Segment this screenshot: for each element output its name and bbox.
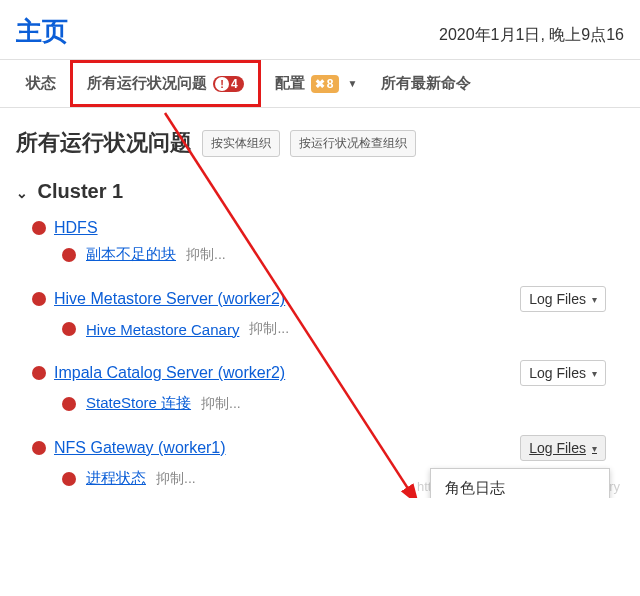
timestamp: 2020年1月1日, 晚上9点16 — [439, 25, 624, 46]
alert-icon: ! — [215, 77, 229, 91]
tab-status[interactable]: 状态 — [16, 60, 66, 107]
tab-commands[interactable]: 所有最新命令 — [371, 60, 481, 107]
log-files-button[interactable]: Log Files▾ — [520, 360, 606, 386]
cluster-header[interactable]: ⌄ Cluster 1 — [0, 166, 640, 207]
suppress-link[interactable]: 抑制... — [249, 320, 289, 338]
suppress-link[interactable]: 抑制... — [156, 470, 196, 488]
service-link[interactable]: Hive Metastore Server (worker2) — [54, 290, 285, 308]
suppress-link[interactable]: 抑制... — [186, 246, 226, 264]
tab-config-label: 配置 — [275, 74, 305, 93]
caret-down-icon: ▾ — [592, 443, 597, 454]
dropdown-role-log[interactable]: 角色日志 — [431, 469, 609, 498]
status-dot-red — [32, 441, 46, 455]
issues-badge: ! 4 — [213, 76, 244, 92]
tabs-bar: 状态 所有运行状况问题 ! 4 配置 ✖ 8 ▼ 所有最新命令 — [0, 59, 640, 108]
service-link[interactable]: HDFS — [54, 219, 98, 237]
status-dot-red — [32, 292, 46, 306]
issue-link[interactable]: StateStore 连接 — [86, 394, 191, 413]
status-dot-red — [62, 472, 76, 486]
cluster-name: Cluster 1 — [38, 180, 124, 202]
caret-down-icon: ▾ — [592, 294, 597, 305]
wrench-icon: ✖ — [315, 77, 325, 91]
chevron-down-icon: ⌄ — [16, 185, 28, 201]
tab-issues-label: 所有运行状况问题 — [87, 74, 207, 93]
status-dot-red — [32, 221, 46, 235]
status-dot-red — [62, 322, 76, 336]
config-badge: ✖ 8 — [311, 75, 340, 93]
btn-by-entity[interactable]: 按实体组织 — [202, 130, 280, 157]
service-link[interactable]: NFS Gateway (worker1) — [54, 439, 226, 457]
service-link[interactable]: Impala Catalog Server (worker2) — [54, 364, 285, 382]
sub-title: 所有运行状况问题 — [16, 128, 192, 158]
log-files-button[interactable]: Log Files▾ — [520, 435, 606, 461]
log-files-button[interactable]: Log Files▾ — [520, 286, 606, 312]
issue-link[interactable]: Hive Metastore Canary — [86, 321, 239, 338]
issue-link[interactable]: 进程状态 — [86, 469, 146, 488]
page-title: 主页 — [16, 14, 68, 49]
issues-count: 4 — [231, 77, 238, 91]
status-dot-red — [62, 397, 76, 411]
tab-all-issues[interactable]: 所有运行状况问题 ! 4 — [70, 60, 261, 107]
config-count: 8 — [327, 77, 334, 91]
btn-by-check[interactable]: 按运行状况检查组织 — [290, 130, 416, 157]
status-dot-red — [62, 248, 76, 262]
suppress-link[interactable]: 抑制... — [201, 395, 241, 413]
issue-link[interactable]: 副本不足的块 — [86, 245, 176, 264]
status-dot-red — [32, 366, 46, 380]
log-files-dropdown: 角色日志 Stdout Stderr — [430, 468, 610, 498]
caret-down-icon: ▼ — [347, 78, 357, 89]
sub-header: 所有运行状况问题 按实体组织 按运行状况检查组织 — [0, 108, 640, 166]
caret-down-icon: ▾ — [592, 368, 597, 379]
tab-config[interactable]: 配置 ✖ 8 ▼ — [265, 60, 368, 107]
